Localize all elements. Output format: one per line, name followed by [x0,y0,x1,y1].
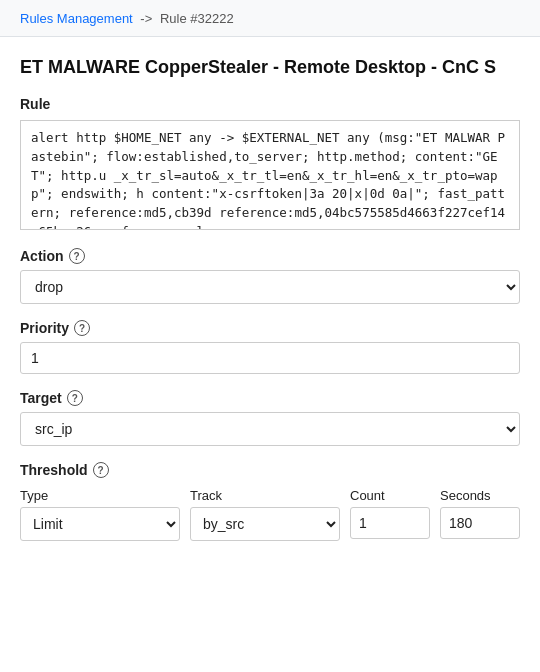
action-help-icon[interactable]: ? [69,248,85,264]
rule-label: Rule [20,96,520,112]
priority-input[interactable] [20,342,520,374]
priority-label: Priority ? [20,320,520,336]
top-bar: Rules Management -> Rule #32222 [0,0,540,37]
threshold-seconds-input[interactable] [440,507,520,539]
threshold-count-input[interactable] [350,507,430,539]
threshold-track-col: Track by_src by_dst [190,488,340,541]
target-field-group: Target ? src_ip dst_ip [20,390,520,446]
main-content: ET MALWARE CopperStealer - Remote Deskto… [0,37,540,561]
threshold-type-select[interactable]: Limit Threshold Both [20,507,180,541]
threshold-track-label: Track [190,488,340,503]
target-select[interactable]: src_ip dst_ip [20,412,520,446]
threshold-grid: Type Limit Threshold Both Track by_src b… [20,488,520,541]
action-label: Action ? [20,248,520,264]
rule-content: alert http $HOME_NET any -> $EXTERNAL_NE… [20,120,520,230]
threshold-count-label: Count [350,488,430,503]
threshold-header: Threshold ? [20,462,520,478]
breadcrumb-link[interactable]: Rules Management [20,11,133,26]
rule-field-group: Rule alert http $HOME_NET any -> $EXTERN… [20,96,520,230]
threshold-seconds-label: Seconds [440,488,520,503]
breadcrumb: Rules Management -> Rule #32222 [20,11,234,26]
threshold-help-icon[interactable]: ? [93,462,109,478]
threshold-count-col: Count [350,488,430,539]
page-title: ET MALWARE CopperStealer - Remote Deskto… [20,57,520,78]
target-help-icon[interactable]: ? [67,390,83,406]
target-label: Target ? [20,390,520,406]
breadcrumb-separator: -> [140,11,152,26]
threshold-seconds-col: Seconds [440,488,520,539]
action-field-group: Action ? drop alert pass reject [20,248,520,304]
breadcrumb-current: Rule #32222 [160,11,234,26]
priority-field-group: Priority ? [20,320,520,374]
threshold-section: Threshold ? Type Limit Threshold Both Tr… [20,462,520,541]
threshold-track-select[interactable]: by_src by_dst [190,507,340,541]
threshold-type-label: Type [20,488,180,503]
priority-help-icon[interactable]: ? [74,320,90,336]
threshold-type-col: Type Limit Threshold Both [20,488,180,541]
action-select[interactable]: drop alert pass reject [20,270,520,304]
